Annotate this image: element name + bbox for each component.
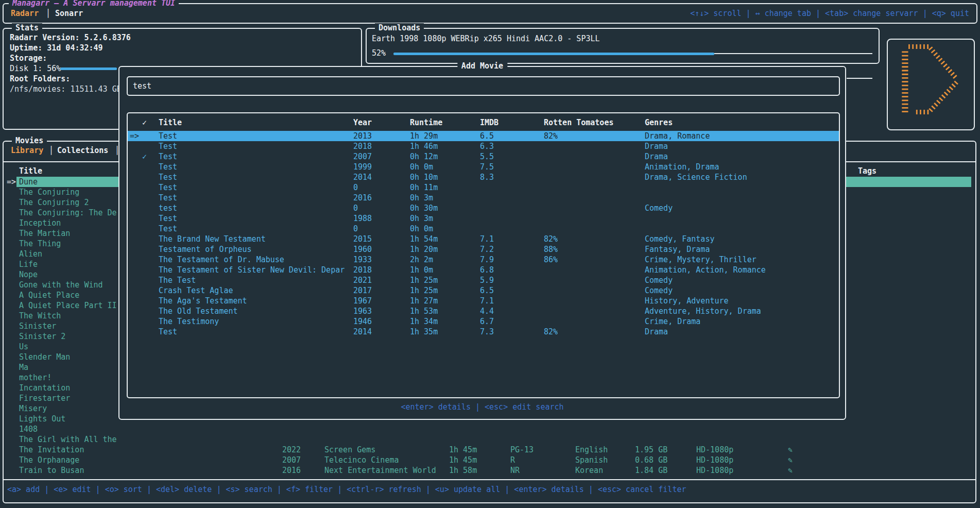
downloads-progress-fill [393,53,714,55]
movie-list-item[interactable]: Firestarter [3,393,119,403]
tab-divider: │ [49,146,54,155]
search-result-row[interactable]: Test 2016 0h 3m [128,193,839,203]
row-check-icon: ✓ [142,151,147,162]
search-result-row[interactable]: Test 0 0h 11m [128,182,839,193]
result-genres [645,182,835,193]
movie-list-item[interactable]: The Conjuring [3,187,119,197]
search-result-row[interactable]: => Test 2013 1h 29m 6.5 82% Drama, Roman… [128,131,839,141]
result-title: The Testimony [159,316,350,327]
search-result-row[interactable]: Test 2014 0h 10m 8.3 Drama, Science Fict… [128,172,839,182]
search-result-row[interactable]: test 0 0h 30m Comedy [128,203,839,213]
movies-keybindings-bar: <a> add | <e> edit | <o> sort | <del> de… [7,485,686,494]
movie-list-item[interactable]: mother! [3,372,119,383]
result-year: 1946 [353,316,372,327]
movie-list-item[interactable]: The Conjuring: The De [3,208,119,218]
movie-title: Us [19,342,28,351]
modal-keybindings: <enter> details | <esc> edit search [119,402,845,412]
movie-list-item[interactable]: 1408 [3,424,119,434]
radarr-version: Radarr Version: 5.2.6.8376 [10,33,131,42]
movie-list-item[interactable]: Life [3,259,119,269]
movie-certification: PG-13 [510,445,534,455]
search-result-row[interactable]: Crash Test Aglae 2017 1h 25m 6.5 Comedy [128,285,839,296]
movie-list-item[interactable]: The Girl with All the [3,434,119,445]
search-result-row[interactable]: Test 2018 1h 46m 6.3 Drama [128,141,839,151]
result-year: 2015 [353,234,372,244]
result-title: The Old Testament [159,306,350,316]
movie-list-item[interactable]: Alien [3,249,119,259]
movie-list-item[interactable]: The Witch [3,311,119,321]
tab-sonarr[interactable]: Sonarr [55,9,83,18]
movie-title: A Quiet Place Part II [19,301,117,310]
search-result-row[interactable]: Test 0 0h 0m [128,224,839,234]
tab-radarr[interactable]: Radarr [11,9,39,18]
search-result-row[interactable]: The Old Testament 1963 1h 53m 4.4 Advent… [128,306,839,316]
movie-details-row[interactable]: 2016 Next Entertainment World 1h 58m NR … [0,465,976,476]
movie-quality: HD-1080p [696,445,733,455]
movie-list-item[interactable]: Gone with the Wind [3,280,119,290]
search-result-row[interactable]: The Testimony 1946 1h 34m 6.7 Crime, Dra… [128,316,839,327]
disk-usage-label: Disk 1: 56% [10,64,61,73]
result-year: 1988 [353,213,372,224]
movie-title: Sinister 2 [19,332,65,341]
movie-list-item[interactable]: The Martian [3,228,119,239]
movie-list-item[interactable]: A Quiet Place Part II [3,300,119,311]
result-imdb: 4.4 [480,306,494,316]
movie-title: The Thing [19,239,61,248]
movie-list-item[interactable]: Incantation [3,383,119,393]
movie-list-item[interactable]: Sinister [3,321,119,331]
movie-list-item[interactable]: A Quiet Place [3,290,119,300]
movie-list-item[interactable]: Us [3,342,119,352]
movie-list-item[interactable]: Nope [3,269,119,280]
result-rotten-tomatoes: 82% [544,327,558,337]
result-title: Test [159,172,350,182]
result-rotten-tomatoes: 86% [544,255,558,265]
search-result-row[interactable]: Test 2014 1h 35m 7.3 82% Drama [128,327,839,337]
result-runtime: 1h 35m [410,327,438,337]
search-result-row[interactable]: Test 1988 0h 3m [128,213,839,224]
movie-list-item[interactable]: Ma [3,362,119,372]
search-result-row[interactable]: The Test 2021 1h 25m 5.9 Comedy [128,275,839,285]
app-title: Managarr – A Servarr management TUI [9,0,179,8]
movies-title-column-header: Title [19,166,42,176]
result-rotten-tomatoes: 82% [544,234,558,244]
result-genres: Crime, Drama [645,316,835,327]
result-runtime: 0h 30m [410,203,438,213]
movie-list-item[interactable]: Sinister 2 [3,331,119,342]
search-result-row[interactable]: The Testament of Sister New Devil: Depar… [128,265,839,275]
result-imdb: 6.5 [480,131,494,141]
result-title: Test [159,327,350,337]
movie-list-item[interactable]: The Thing [3,239,119,249]
movie-list-item[interactable]: The Conjuring 2 [3,197,119,208]
check-column-header: ✓ [142,117,147,128]
search-result-row[interactable]: ✓ Test 2007 0h 12m 5.5 Drama [128,151,839,162]
movie-list-item[interactable]: Slender Man [3,352,119,362]
result-year: 1963 [353,306,372,316]
result-year: 2013 [353,131,372,141]
movie-year: 2007 [282,455,301,465]
movie-search-input[interactable] [128,77,839,95]
result-imdb: 5.9 [480,275,494,285]
search-result-row[interactable]: The Aga's Testament 1967 1h 27m 7.1 Hist… [128,296,839,306]
result-genres: History, Adventure [645,296,835,306]
search-result-row[interactable]: The Testament of Dr. Mabuse 1933 2h 2m 7… [128,255,839,265]
search-result-row[interactable]: The Brand New Testament 2015 1h 54m 7.1 … [128,234,839,244]
movie-list-item[interactable]: Dune [3,177,119,187]
movie-title: A Quiet Place [19,291,79,300]
movies-list: DuneThe ConjuringThe Conjuring 2The Conj… [3,177,119,476]
search-result-row[interactable]: Testament of Orpheus 1960 1h 20m 7.2 88%… [128,244,839,255]
movie-list-item[interactable]: Inception [3,218,119,228]
movie-details-row[interactable]: 2007 Telecinco Cinema 1h 45m R Spanish 0… [0,455,976,465]
result-title: The Testament of Dr. Mabuse [159,255,350,265]
movie-details-row[interactable]: 2022 Screen Gems 1h 45m PG-13 English 1.… [0,445,976,455]
movie-title: Alien [19,249,42,259]
movie-list-item[interactable]: Misery [3,403,119,414]
search-result-row[interactable]: Test 1999 0h 0m 7.5 Animation, Drama [128,162,839,172]
row-selector-arrow: => [130,131,139,141]
storage-label: Storage: [10,54,47,63]
result-genres: Drama, Science Fiction [645,172,835,182]
movie-language: Korean [575,465,603,476]
tab-collections[interactable]: Collections [57,146,108,155]
result-imdb: 6.3 [480,141,494,151]
movie-list-item[interactable]: Lights Out [3,414,119,424]
tab-library[interactable]: Library [11,146,43,155]
